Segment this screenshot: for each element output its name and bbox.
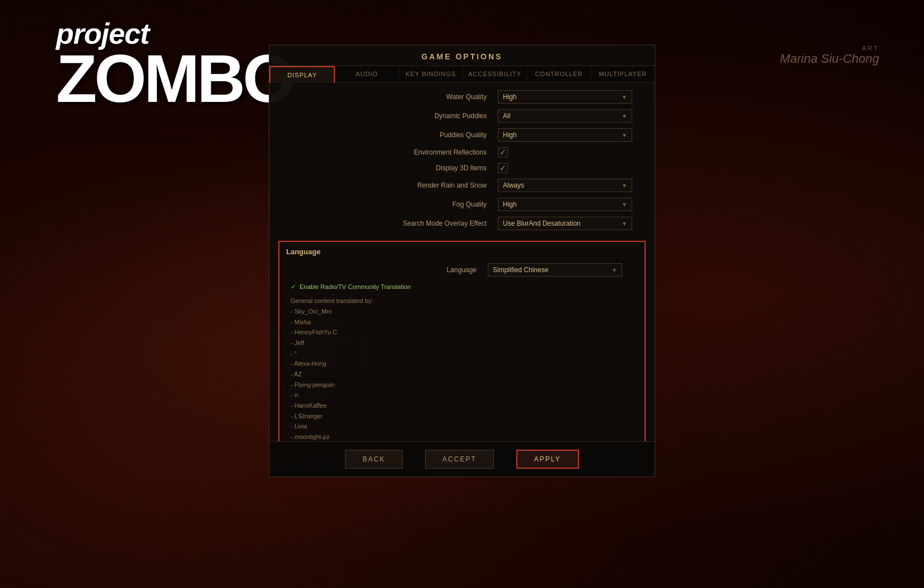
puddles-quality-arrow: ▼: [622, 132, 627, 138]
dynamic-puddles-label: Dynamic Puddles: [281, 112, 498, 120]
water-quality-control: High ▼: [498, 90, 643, 104]
search-overlay-label: Search Mode Overlay Effect: [281, 220, 498, 227]
game-logo: project ZOMBO: [56, 17, 292, 112]
translator-2: - HennyFishYu C: [291, 327, 633, 338]
translator-11: - Livia: [291, 421, 633, 432]
language-label: Language: [291, 266, 488, 274]
tab-multiplayer[interactable]: MULTIPLAYER: [591, 66, 655, 82]
env-reflections-label: Environment Reflections: [281, 148, 498, 156]
back-button[interactable]: BACK: [345, 450, 403, 469]
translator-3: - Jeff: [291, 338, 633, 348]
translator-1: - Misha: [291, 317, 633, 328]
search-overlay-control: Use BlurAnd Desaturation ▼: [498, 217, 643, 230]
setting-row-language: Language Simplified Chinese ▼: [279, 260, 645, 279]
tab-bar: DISPLAY AUDIO KEY BINDINGS ACCESSIBILITY…: [269, 66, 655, 83]
language-control: Simplified Chinese ▼: [488, 263, 633, 277]
translator-9: - HansKaffee: [291, 400, 633, 411]
dynamic-puddles-select[interactable]: All ▼: [498, 109, 632, 123]
setting-row-3d-items: Display 3D Items ✓: [269, 160, 655, 176]
enable-translation-label: Enable Radio/TV Community Translation: [300, 282, 411, 292]
translator-10: - L'Etranger: [291, 411, 633, 422]
water-quality-arrow: ▼: [622, 94, 627, 100]
language-section-header: Language: [279, 245, 645, 260]
tab-controller[interactable]: CONTROLLER: [527, 66, 591, 82]
water-quality-label: Water Quality: [281, 93, 498, 101]
apply-button[interactable]: APPLY: [516, 450, 579, 469]
puddles-quality-control: High ▼: [498, 128, 643, 142]
dialog-content: Water Quality High ▼ Dynamic Puddles All…: [269, 83, 655, 441]
fog-quality-control: High ▼: [498, 198, 643, 211]
translator-list: General content translated by: - Sky_Orc…: [291, 295, 633, 441]
tab-keybindings[interactable]: KEY BINDINGS: [399, 66, 463, 82]
3d-items-checkbox[interactable]: ✓: [498, 163, 508, 173]
language-section: Language Language Simplified Chinese ▼ ✓…: [278, 241, 646, 441]
tab-audio[interactable]: AUDIO: [335, 66, 399, 82]
art-credit-name: Marina Siu-Chong: [780, 52, 879, 66]
rain-snow-select[interactable]: Always ▼: [498, 179, 632, 192]
tab-accessibility[interactable]: ACCESSIBILITY: [463, 66, 527, 82]
enable-translation-checkmark: ✓: [291, 282, 296, 292]
logo-zombo-text: ZOMBO: [56, 45, 292, 112]
3d-items-label: Display 3D Items: [281, 164, 498, 172]
3d-items-control: ✓: [498, 163, 643, 173]
setting-row-env-reflections: Environment Reflections ✓: [269, 144, 655, 160]
puddles-quality-select[interactable]: High ▼: [498, 128, 632, 142]
fog-quality-select[interactable]: High ▼: [498, 198, 632, 211]
tab-display[interactable]: DISPLAY: [269, 66, 335, 83]
accept-button[interactable]: ACCEPT: [425, 450, 494, 469]
dynamic-puddles-arrow: ▼: [622, 113, 627, 119]
fog-quality-label: Fog Quality: [281, 200, 498, 208]
env-reflections-checkbox[interactable]: ✓: [498, 147, 508, 157]
setting-row-fog-quality: Fog Quality High ▼: [269, 195, 655, 214]
art-credit-label: ART: [780, 45, 879, 52]
search-overlay-select[interactable]: Use BlurAnd Desaturation ▼: [498, 217, 632, 230]
rain-snow-label: Render Rain and Snow: [281, 181, 498, 189]
fog-quality-arrow: ▼: [622, 202, 627, 208]
setting-row-water-quality: Water Quality High ▼: [269, 87, 655, 106]
water-quality-select[interactable]: High ▼: [498, 90, 632, 104]
translation-info: ✓ Enable Radio/TV Community Translation …: [279, 279, 645, 441]
game-options-dialog: GAME OPTIONS DISPLAY AUDIO KEY BINDINGS …: [269, 45, 655, 477]
env-reflections-control: ✓: [498, 147, 643, 157]
dialog-title: GAME OPTIONS: [269, 45, 655, 66]
search-overlay-arrow: ▼: [622, 221, 627, 227]
rain-snow-control: Always ▼: [498, 179, 643, 192]
translator-4: - °: [291, 348, 633, 359]
dialog-footer: BACK ACCEPT APPLY: [269, 441, 655, 477]
art-credit: ART Marina Siu-Chong: [780, 45, 879, 66]
language-select[interactable]: Simplified Chinese ▼: [488, 263, 622, 277]
translator-7: - Flying penguin: [291, 380, 633, 390]
translator-6: - AZ: [291, 369, 633, 380]
translator-0: - Sky_Orc_Mm: [291, 306, 633, 317]
setting-row-rain-snow: Render Rain and Snow Always ▼: [269, 176, 655, 195]
display-settings-section: Water Quality High ▼ Dynamic Puddles All…: [269, 83, 655, 237]
translator-12: - moonlight-pz: [291, 432, 633, 441]
setting-row-search-overlay: Search Mode Overlay Effect Use BlurAnd D…: [269, 214, 655, 233]
puddles-quality-label: Puddles Quality: [281, 131, 498, 139]
rain-snow-arrow: ▼: [622, 183, 627, 189]
dynamic-puddles-control: All ▼: [498, 109, 643, 123]
enable-translation-row: ✓ Enable Radio/TV Community Translation: [291, 282, 633, 292]
translator-5: - Alexa-Hong: [291, 358, 633, 369]
translator-8: - л: [291, 390, 633, 400]
general-content-label: General content translated by:: [291, 296, 633, 306]
language-select-arrow: ▼: [612, 267, 617, 273]
setting-row-dynamic-puddles: Dynamic Puddles All ▼: [269, 106, 655, 125]
setting-row-puddles-quality: Puddles Quality High ▼: [269, 125, 655, 144]
